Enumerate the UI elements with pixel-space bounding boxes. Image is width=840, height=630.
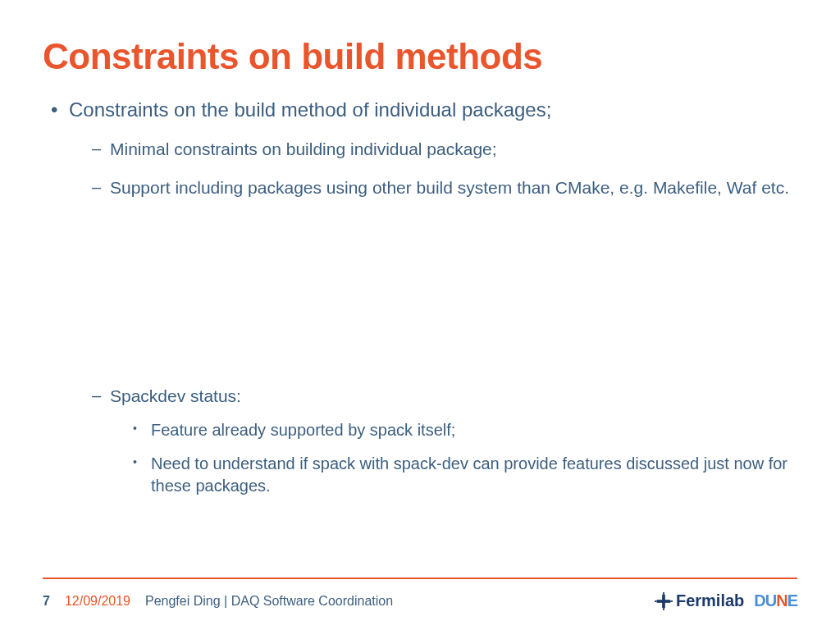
- footer: 7 12/09/2019 Pengfei Ding | DAQ Software…: [43, 591, 797, 610]
- svg-rect-1: [662, 594, 665, 608]
- sub-bullet-item: Minimal constraints on building individu…: [92, 138, 797, 161]
- sub-sub-bullet-list: Feature already supported by spack itsel…: [110, 419, 797, 497]
- bullet-item: Constraints on the build method of indiv…: [51, 97, 797, 497]
- sub-bullet-item: Spackdev status: Feature already support…: [92, 385, 797, 497]
- dune-logo: DUNE: [754, 591, 797, 610]
- bullet-text: Feature already supported by spack itsel…: [151, 421, 455, 439]
- sub-bullet-list: Spackdev status: Feature already support…: [69, 385, 797, 497]
- slide-content: Constraints on the build method of indiv…: [43, 97, 797, 497]
- dune-e: E: [788, 591, 797, 609]
- svg-rect-5: [663, 608, 664, 610]
- footer-date: 12/09/2019: [65, 594, 130, 609]
- footer-divider: [43, 578, 797, 579]
- slide-title: Constraints on build methods: [43, 36, 797, 77]
- page-number: 7: [43, 594, 50, 609]
- svg-rect-4: [663, 592, 664, 595]
- dune-d: D: [754, 591, 765, 609]
- bullet-text: Minimal constraints on building individu…: [110, 139, 497, 158]
- sub-bullet-item: Support including packages using other b…: [92, 176, 797, 199]
- slide: Constraints on build methods Constraints…: [0, 0, 840, 630]
- sub-sub-bullet-item: Feature already supported by spack itsel…: [133, 419, 797, 441]
- bullet-text: Support including packages using other b…: [110, 178, 789, 197]
- bullet-text: Need to understand if spack with spack-d…: [151, 454, 788, 495]
- sub-sub-bullet-item: Need to understand if spack with spack-d…: [133, 453, 797, 497]
- bullet-list: Constraints on the build method of indiv…: [43, 97, 797, 497]
- dune-n: N: [776, 591, 787, 610]
- bullet-text: Constraints on the build method of indiv…: [69, 98, 551, 121]
- fermilab-logo: Fermilab: [655, 591, 744, 610]
- logo-group: Fermilab DUNE: [655, 591, 797, 610]
- fermilab-mark-icon: [655, 592, 673, 610]
- sub-bullet-list: Minimal constraints on building individu…: [69, 138, 797, 199]
- spacer: [69, 214, 797, 370]
- dune-u: U: [765, 591, 776, 609]
- svg-rect-3: [670, 600, 673, 602]
- fermilab-text: Fermilab: [676, 591, 744, 610]
- footer-author: Pengfei Ding | DAQ Software Coordination: [145, 594, 393, 609]
- svg-rect-2: [655, 600, 657, 602]
- bullet-text: Spackdev status:: [110, 386, 241, 405]
